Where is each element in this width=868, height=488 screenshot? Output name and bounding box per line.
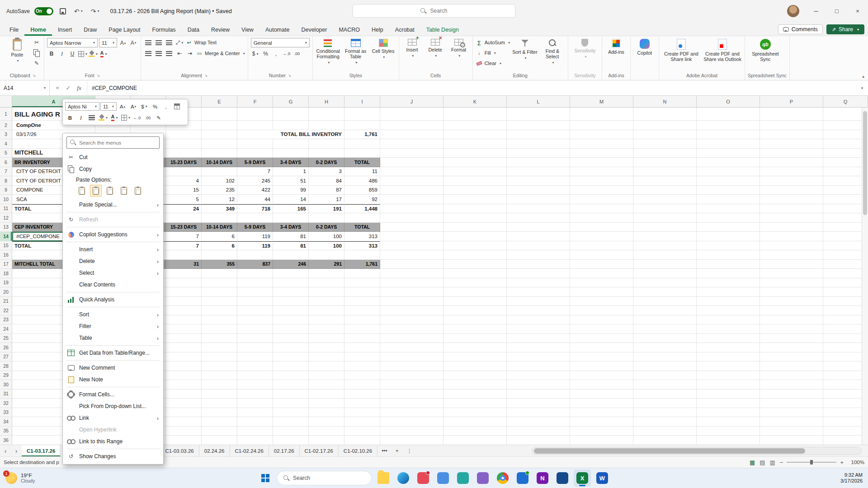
cell-O33[interactable] (697, 408, 760, 418)
cell-N1[interactable] (633, 108, 697, 121)
cell-K6[interactable] (443, 158, 507, 167)
paste-keep-source-formatting-button[interactable] (76, 185, 88, 197)
cell-F13[interactable]: 5-9 DAYS (237, 223, 273, 232)
cell-J5[interactable] (380, 149, 443, 158)
cell-D12[interactable] (166, 213, 202, 223)
cell-N31[interactable] (633, 389, 697, 399)
cell-H2[interactable] (309, 121, 344, 130)
cell-O6[interactable] (697, 158, 760, 167)
cell-E33[interactable] (202, 408, 237, 418)
cell-M33[interactable] (570, 408, 633, 418)
cell-D14[interactable]: 7 (166, 232, 202, 241)
cell-J15[interactable] (380, 241, 443, 251)
cell-M31[interactable] (570, 389, 633, 399)
cell-P14[interactable] (760, 232, 823, 241)
cell-M8[interactable] (570, 176, 633, 186)
document-title[interactable]: 03.17.26 - 2026 Bill Aging Report (Main)… (110, 8, 232, 14)
cell-O36[interactable] (697, 436, 760, 445)
mini-borders-button[interactable]: ▾ (120, 113, 131, 122)
cell-N4[interactable] (633, 139, 697, 149)
cell-M6[interactable] (570, 158, 633, 167)
cell-N27[interactable] (633, 352, 697, 362)
cell-K21[interactable] (443, 297, 507, 306)
cell-P12[interactable] (760, 213, 823, 223)
cell-M3[interactable] (570, 130, 633, 140)
cell-D31[interactable] (166, 389, 202, 399)
cell-I19[interactable] (344, 278, 380, 288)
cell-L24[interactable] (507, 324, 570, 334)
cell-J6[interactable] (380, 158, 443, 167)
cell-E12[interactable] (202, 213, 237, 223)
cell-J8[interactable] (380, 176, 443, 186)
mini-accounting-format-button[interactable]: $▾ (139, 102, 149, 111)
menu-item-format-cells[interactable]: Format Cells... (63, 389, 163, 400)
app-teal-icon[interactable] (454, 469, 472, 487)
fill-button[interactable]: ↓Fill▾ (476, 48, 510, 57)
cell-H34[interactable] (309, 417, 344, 427)
cell-G33[interactable] (273, 408, 309, 418)
cell-L14[interactable] (507, 232, 570, 241)
cell-F2[interactable] (237, 121, 273, 130)
menu-item-insert[interactable]: Insert› (63, 244, 163, 255)
cell-I7[interactable]: 11 (344, 167, 380, 177)
cell-F15[interactable]: 119 (237, 241, 273, 251)
normal-view-button[interactable]: ▦ (750, 459, 755, 466)
cell-G4[interactable] (273, 139, 309, 149)
column-header-F[interactable]: F (237, 96, 273, 108)
zoom-slider-thumb[interactable] (810, 460, 813, 465)
orientation-button[interactable]: ⤢▾ (175, 38, 184, 47)
formula-bar-expand-button[interactable]: ▾ (856, 80, 868, 95)
cell-P4[interactable] (760, 139, 823, 149)
cell-E15[interactable]: 6 (202, 241, 237, 251)
cell-J31[interactable] (380, 389, 443, 399)
row-header-4[interactable]: 4 (0, 139, 12, 149)
menu-item-cut[interactable]: ✂Cut (63, 151, 163, 163)
clear-button[interactable]: Clear▾ (476, 59, 510, 68)
row-header-11[interactable]: 11 (0, 204, 12, 214)
cell-P6[interactable] (760, 158, 823, 167)
row-header-20[interactable]: 20 (0, 287, 12, 297)
cell-J24[interactable] (380, 324, 443, 334)
cell-D18[interactable] (166, 269, 202, 278)
cell-F1[interactable] (237, 108, 273, 121)
cell-I6[interactable]: TOTAL (344, 158, 380, 167)
cell-L7[interactable] (507, 167, 570, 177)
cell-L9[interactable] (507, 186, 570, 195)
cell-F9[interactable]: 422 (237, 186, 273, 195)
cell-I20[interactable] (344, 287, 380, 297)
cell-F28[interactable] (237, 361, 273, 371)
cell-P5[interactable] (760, 149, 823, 158)
word-icon[interactable]: W (594, 469, 611, 487)
mini-increase-decimal-button[interactable]: ←.0 (132, 113, 142, 122)
row-header-32[interactable]: 32 (0, 399, 12, 408)
cell-K1[interactable] (443, 108, 507, 121)
excel-icon[interactable]: X (574, 469, 591, 487)
cell-E16[interactable] (202, 250, 237, 260)
cell-O20[interactable] (697, 287, 760, 297)
cell-M7[interactable] (570, 167, 633, 177)
cell-O14[interactable] (697, 232, 760, 241)
cell-F34[interactable] (237, 417, 273, 427)
ribbon-tab-acrobat[interactable]: Acrobat (389, 24, 420, 36)
cell-F21[interactable] (237, 297, 273, 306)
outlook-icon[interactable] (514, 469, 531, 487)
cell-L5[interactable] (507, 149, 570, 158)
cell-I21[interactable] (344, 297, 380, 306)
italic-button[interactable]: I (57, 49, 66, 58)
cell-P8[interactable] (760, 176, 823, 186)
create-pdf-share-link-button[interactable]: Create PDF and Share link (662, 38, 701, 62)
cell-G19[interactable] (273, 278, 309, 288)
cell-M22[interactable] (570, 306, 633, 315)
cell-D26[interactable] (166, 343, 202, 352)
cell-F14[interactable]: 119 (237, 232, 273, 241)
microsoft-edge-icon[interactable] (395, 469, 412, 487)
align-top-button[interactable] (144, 38, 153, 47)
cell-J9[interactable] (380, 186, 443, 195)
cell-O12[interactable] (697, 213, 760, 223)
cell-I5[interactable] (344, 149, 380, 158)
cell-O26[interactable] (697, 343, 760, 352)
minimize-button[interactable]: ─ (806, 0, 826, 22)
mini-font-name-select[interactable]: Aptos Ni▾ (65, 102, 99, 111)
cell-J11[interactable] (380, 204, 443, 214)
cell-I15[interactable]: 313 (344, 241, 380, 251)
